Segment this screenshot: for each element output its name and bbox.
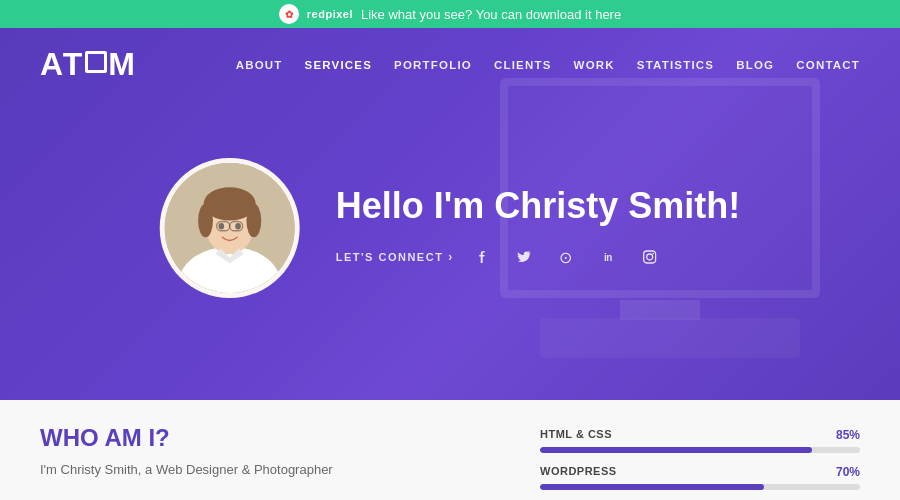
hero-section: ATM ABOUT SERVICES PORTFOLIO CLIENTS WOR… (0, 28, 900, 400)
svg-point-6 (198, 204, 213, 237)
skill-bar-fill-html (540, 447, 812, 453)
logo[interactable]: ATM (40, 46, 137, 83)
nav-item-statistics[interactable]: STATISTICS (637, 55, 714, 73)
bottom-section: WHO AM I? I'm Christy Smith, a Web Desig… (0, 400, 900, 500)
svg-point-15 (653, 253, 655, 255)
logo-at: AT (40, 46, 84, 83)
nav-link-clients[interactable]: CLIENTS (494, 59, 552, 71)
skill-header-wp: WORDPRESS 70% (540, 465, 860, 479)
nav-item-services[interactable]: SERVICES (305, 55, 373, 73)
nav-item-contact[interactable]: CONTACT (796, 55, 860, 73)
svg-point-8 (219, 223, 225, 230)
svg-point-9 (235, 223, 241, 230)
nav-link-portfolio[interactable]: PORTFOLIO (394, 59, 472, 71)
nav-item-blog[interactable]: BLOG (736, 55, 774, 73)
nav-link-work[interactable]: WORK (574, 59, 615, 71)
nav-link-blog[interactable]: BLOG (736, 59, 774, 71)
skill-label-html: HTML & CSS (540, 428, 612, 442)
who-am-i-description: I'm Christy Smith, a Web Designer & Phot… (40, 460, 540, 480)
redpixel-logo: ✿ (279, 4, 299, 24)
skill-pct-wp: 70% (836, 465, 860, 479)
instagram-icon[interactable] (636, 243, 664, 271)
svg-point-7 (246, 204, 261, 237)
hero-content: Hello I'm Christy Smith! LET'S CONNECT ›… (160, 158, 741, 298)
skill-pct-html: 85% (836, 428, 860, 442)
banner-brand: redpixel (307, 8, 353, 20)
top-banner: ✿ redpixel Like what you see? You can do… (0, 0, 900, 28)
lets-connect-arrow: › (448, 250, 454, 264)
hero-text: Hello I'm Christy Smith! LET'S CONNECT ›… (336, 185, 741, 271)
skill-label-wp: WORDPRESS (540, 465, 617, 479)
who-am-i-title: WHO AM I? (40, 424, 540, 452)
nav-item-work[interactable]: WORK (574, 55, 615, 73)
nav-item-portfolio[interactable]: PORTFOLIO (394, 55, 472, 73)
nav-item-about[interactable]: ABOUT (236, 55, 283, 73)
nav-link-contact[interactable]: CONTACT (796, 59, 860, 71)
banner-text: Like what you see? You can download it h… (361, 7, 621, 22)
dribbble-icon[interactable]: ⊙ (552, 243, 580, 271)
skills-section: HTML & CSS 85% WORDPRESS 70% (540, 424, 860, 500)
social-row: LET'S CONNECT › ⊙ in (336, 243, 741, 271)
nav-link-about[interactable]: ABOUT (236, 59, 283, 71)
who-am-i: WHO AM I? I'm Christy Smith, a Web Desig… (40, 424, 540, 480)
lets-connect-label: LET'S CONNECT (336, 251, 444, 263)
skill-row-html: HTML & CSS 85% (540, 428, 860, 453)
avatar-image (165, 163, 295, 293)
facebook-icon[interactable] (468, 243, 496, 271)
skill-row-wp: WORDPRESS 70% (540, 465, 860, 490)
avatar (160, 158, 300, 298)
nav-item-clients[interactable]: CLIENTS (494, 55, 552, 73)
lets-connect: LET'S CONNECT › (336, 250, 454, 264)
skill-header-html: HTML & CSS 85% (540, 428, 860, 442)
navbar: ATM ABOUT SERVICES PORTFOLIO CLIENTS WOR… (0, 28, 900, 100)
logo-m: M (108, 46, 137, 83)
nav-link-services[interactable]: SERVICES (305, 59, 373, 71)
skill-bar-bg-wp (540, 484, 860, 490)
hero-greeting: Hello I'm Christy Smith! (336, 185, 741, 227)
nav-links: ABOUT SERVICES PORTFOLIO CLIENTS WORK ST… (236, 55, 860, 73)
nav-link-statistics[interactable]: STATISTICS (637, 59, 714, 71)
svg-point-14 (647, 254, 653, 260)
linkedin-icon[interactable]: in (594, 243, 622, 271)
keyboard-decoration (540, 318, 800, 358)
skill-bar-fill-wp (540, 484, 764, 490)
twitter-icon[interactable] (510, 243, 538, 271)
skill-bar-bg-html (540, 447, 860, 453)
svg-rect-13 (644, 251, 656, 263)
logo-o-box (85, 51, 107, 73)
